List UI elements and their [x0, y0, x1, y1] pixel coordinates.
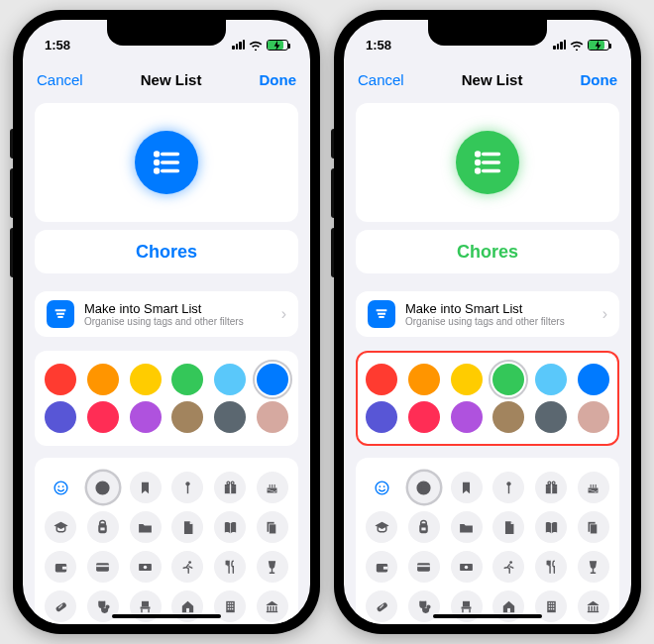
icon-option-cake[interactable]: [257, 472, 288, 503]
color-swatch[interactable]: [171, 401, 203, 433]
icon-option-fork[interactable]: [214, 551, 246, 583]
icon-option-run[interactable]: [171, 551, 203, 583]
color-swatch[interactable]: [257, 364, 288, 395]
svg-rect-93: [591, 523, 598, 533]
svg-rect-59: [273, 605, 274, 610]
color-swatch[interactable]: [451, 364, 483, 395]
color-swatch[interactable]: [214, 401, 246, 433]
icon-option-wine[interactable]: [578, 551, 609, 583]
icon-option-gift[interactable]: [535, 472, 567, 503]
icon-option-cash[interactable]: [451, 551, 483, 583]
svg-point-76: [420, 489, 421, 490]
color-swatch[interactable]: [535, 364, 567, 395]
done-button[interactable]: Done: [259, 71, 296, 88]
list-name-input[interactable]: Chores: [356, 230, 619, 273]
color-swatch[interactable]: [214, 364, 246, 395]
color-swatch[interactable]: [408, 364, 440, 395]
color-swatch[interactable]: [492, 401, 524, 433]
svg-rect-34: [96, 563, 109, 572]
svg-point-38: [188, 561, 191, 564]
icon-option-cake[interactable]: [578, 472, 609, 503]
icon-option-pill[interactable]: [45, 590, 76, 622]
color-swatch[interactable]: [45, 364, 76, 395]
icon-row: [364, 547, 611, 587]
svg-rect-42: [142, 600, 149, 606]
smart-list-subtitle: Organise using tags and other filters: [405, 316, 593, 327]
svg-point-0: [156, 153, 159, 156]
icon-option-wine[interactable]: [257, 551, 288, 583]
icon-option-bookmark[interactable]: [130, 472, 162, 503]
icon-option-fork[interactable]: [535, 551, 567, 583]
icon-option-list[interactable]: [87, 472, 119, 503]
svg-rect-58: [271, 605, 272, 610]
color-swatch[interactable]: [366, 364, 397, 395]
icon-option-gift[interactable]: [214, 472, 246, 503]
svg-rect-116: [548, 607, 549, 608]
color-swatch[interactable]: [535, 401, 567, 433]
svg-point-68: [376, 482, 388, 494]
icon-option-pages[interactable]: [578, 511, 609, 543]
color-swatch[interactable]: [130, 401, 162, 433]
svg-rect-61: [267, 610, 277, 611]
svg-rect-49: [229, 602, 230, 603]
smart-list-button[interactable]: Make into Smart List Organise using tags…: [356, 291, 619, 337]
phone-left: 1:58 Cancel New List Done Chores: [13, 10, 320, 634]
cancel-button[interactable]: Cancel: [358, 71, 404, 88]
icon-option-grad[interactable]: [366, 511, 397, 543]
color-swatch[interactable]: [87, 364, 119, 395]
icon-option-wallet[interactable]: [45, 551, 76, 583]
icon-option-grad[interactable]: [45, 511, 76, 543]
icon-option-folder[interactable]: [451, 511, 483, 543]
wifi-icon: [570, 40, 584, 51]
smart-list-button[interactable]: Make into Smart List Organise using tags…: [35, 291, 298, 337]
color-swatch[interactable]: [408, 401, 440, 433]
svg-point-2: [156, 161, 159, 164]
signal-icon: [232, 40, 245, 50]
icon-option-card[interactable]: [408, 551, 440, 583]
icon-picker: [35, 458, 298, 624]
icon-option-card[interactable]: [87, 551, 119, 583]
color-swatch[interactable]: [45, 401, 76, 433]
color-swatch[interactable]: [451, 401, 483, 433]
color-swatch[interactable]: [171, 364, 203, 395]
icon-option-book[interactable]: [535, 511, 567, 543]
home-indicator[interactable]: [112, 614, 221, 618]
icon-option-pill[interactable]: [366, 590, 397, 622]
svg-rect-110: [548, 602, 549, 603]
icon-option-backpack[interactable]: [408, 511, 440, 543]
icon-option-wallet[interactable]: [366, 551, 397, 583]
icon-option-backpack[interactable]: [87, 511, 119, 543]
svg-point-10: [99, 484, 100, 485]
svg-rect-115: [553, 605, 554, 606]
color-swatch[interactable]: [257, 401, 288, 433]
icon-option-list[interactable]: [408, 472, 440, 503]
color-swatch[interactable]: [130, 364, 162, 395]
emoji-picker-button[interactable]: [366, 472, 397, 503]
icon-row: [364, 468, 611, 507]
emoji-picker-button[interactable]: [45, 472, 76, 503]
list-name-input[interactable]: Chores: [35, 230, 298, 273]
color-swatch[interactable]: [87, 401, 119, 433]
icon-option-cash[interactable]: [130, 551, 162, 583]
cancel-button[interactable]: Cancel: [37, 71, 83, 88]
icon-option-pin[interactable]: [171, 472, 203, 503]
color-swatch[interactable]: [492, 364, 524, 395]
icon-option-bookmark[interactable]: [451, 472, 483, 503]
icon-option-museum[interactable]: [578, 590, 609, 622]
icon-option-book[interactable]: [214, 511, 246, 543]
icon-option-museum[interactable]: [257, 590, 288, 622]
notch: [107, 20, 226, 46]
done-button[interactable]: Done: [580, 71, 617, 88]
home-indicator[interactable]: [433, 614, 542, 618]
svg-rect-50: [232, 602, 233, 603]
icon-option-run[interactable]: [492, 551, 524, 583]
icon-option-doc[interactable]: [492, 511, 524, 543]
icon-option-folder[interactable]: [130, 511, 162, 543]
icon-option-pin[interactable]: [492, 472, 524, 503]
color-swatch[interactable]: [366, 401, 397, 433]
color-swatch[interactable]: [578, 364, 609, 395]
color-swatch[interactable]: [578, 401, 609, 433]
icon-option-pages[interactable]: [257, 511, 288, 543]
icon-option-doc[interactable]: [171, 511, 203, 543]
svg-point-62: [477, 153, 480, 156]
